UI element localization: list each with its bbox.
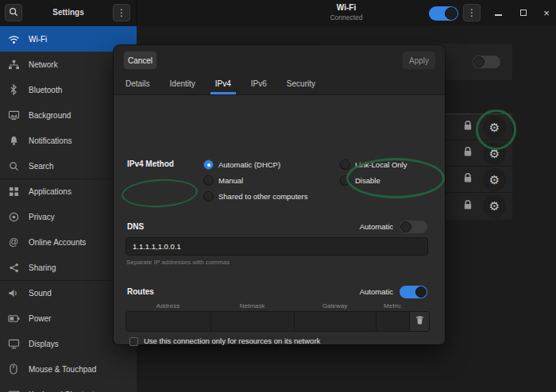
network-settings-button[interactable]: ⚙ [483, 194, 506, 217]
sidebar-item-label: Search [29, 162, 54, 171]
radio-link-local[interactable] [340, 159, 350, 170]
menu-dots-icon: ⋮ [467, 8, 477, 17]
maximize-icon [520, 10, 527, 16]
routes-col-netmask: Netmask [210, 302, 294, 309]
minimize-button[interactable] [489, 4, 507, 21]
network-settings-button[interactable]: ⚙ [483, 168, 506, 191]
online-accounts-icon: @ [7, 236, 20, 248]
displays-icon [7, 337, 20, 350]
maximize-button[interactable] [515, 4, 532, 21]
keyboard-icon [7, 388, 20, 392]
toggle-knob [400, 221, 411, 233]
routes-col-gateway: Gateway [294, 302, 376, 309]
ipv4-method-label: IPv4 Method [127, 159, 174, 168]
dialog-tabbar: Details Identity IPv4 IPv6 Security [114, 75, 445, 95]
sharing-icon [7, 261, 20, 274]
cancel-button[interactable]: Cancel [123, 51, 157, 70]
close-icon: × [543, 8, 550, 18]
header-divider [137, 0, 137, 26]
gear-icon: ⚙ [489, 200, 500, 212]
sidebar-item-label: Power [29, 314, 51, 323]
dns-input[interactable] [125, 237, 428, 256]
sidebar-item-label: Sharing [29, 263, 56, 272]
radio-manual[interactable] [203, 175, 214, 186]
header-bar: Settings ⋮ Wi-Fi Connected ⋮ × [0, 0, 556, 27]
tab-identity[interactable]: Identity [165, 75, 200, 94]
notifications-icon [7, 134, 20, 147]
sidebar-item-label: Network [29, 60, 58, 69]
gear-icon: ⚙ [489, 174, 500, 186]
lock-icon [463, 172, 473, 186]
sidebar-item-label: Online Accounts [29, 238, 86, 247]
radio-label: Manual [218, 176, 243, 185]
sidebar-item-label: Privacy [29, 213, 55, 221]
privacy-icon [7, 210, 20, 223]
sidebar-item-label: Applications [29, 187, 71, 196]
routes-row [125, 311, 430, 332]
toggle-knob [445, 7, 458, 20]
settings-window: Settings ⋮ Wi-Fi Connected ⋮ × [0, 0, 556, 392]
dns-label: DNS [127, 222, 144, 231]
toggle-knob [473, 56, 485, 67]
radio-shared[interactable] [203, 191, 214, 202]
delete-route-button[interactable] [410, 312, 429, 331]
route-metric-input[interactable] [376, 312, 410, 331]
wifi-master-toggle[interactable] [429, 6, 458, 21]
radio-label: Shared to other computers [218, 192, 307, 201]
lock-icon [463, 199, 473, 213]
routes-label: Routes [127, 287, 154, 296]
toggle-knob [415, 286, 427, 298]
sidebar-item-label: Wi-Fi [29, 35, 47, 44]
sidebar-item-label: Bluetooth [29, 86, 62, 94]
tab-security[interactable]: Security [282, 75, 320, 94]
tab-ipv6[interactable]: IPv6 [246, 75, 272, 94]
sidebar-item-label: Notifications [29, 136, 71, 145]
dns-automatic-toggle[interactable] [400, 221, 427, 233]
routes-col-metric: Metric [376, 302, 409, 309]
minimize-icon [495, 14, 502, 16]
wifi-icon [7, 33, 20, 45]
background-icon [7, 109, 20, 121]
annotation-circle-gear [476, 110, 516, 150]
applications-icon [7, 185, 20, 198]
sidebar-menu-button[interactable]: ⋮ [113, 4, 130, 21]
lock-icon [463, 120, 473, 134]
apply-button[interactable]: Apply [402, 51, 436, 70]
mouse-icon [7, 363, 20, 375]
sound-icon [7, 286, 20, 299]
search-icon [7, 159, 20, 172]
routes-automatic-label: Automatic [348, 287, 393, 296]
tab-ipv4[interactable]: IPv4 [210, 75, 236, 94]
lock-icon [463, 146, 473, 160]
sidebar-item-mouse-touchpad[interactable]: Mouse & Touchpad [0, 356, 137, 382]
route-netmask-input[interactable] [211, 312, 295, 331]
sidebar-item-label: Displays [29, 340, 59, 348]
sidebar-item-label: Background [29, 111, 71, 120]
background-toggle[interactable] [473, 56, 500, 68]
close-button[interactable]: × [538, 4, 555, 21]
bluetooth-icon [7, 83, 20, 96]
annotation-ellipse-dns-automatic [346, 158, 445, 198]
only-this-network-label: Use this connection only for resources o… [144, 336, 320, 345]
page-title: Wi-Fi Connected [267, 3, 426, 21]
radio-label: Automatic (DHCP) [218, 160, 280, 169]
sidebar-item-keyboard-shortcuts[interactable]: Keyboard Shortcuts [0, 382, 137, 392]
app-menu-button[interactable]: ⋮ [463, 4, 481, 21]
route-address-input[interactable] [126, 312, 211, 331]
dialog-header: Cancel Apply [114, 45, 445, 75]
sidebar-item-label: Mouse & Touchpad [29, 365, 96, 374]
routes-col-address: Address [125, 302, 210, 309]
network-icon [7, 58, 20, 71]
radio-automatic-dhcp[interactable] [203, 159, 214, 170]
trash-icon [415, 314, 424, 329]
only-this-network-checkbox[interactable] [129, 337, 138, 346]
wifi-title: Wi-Fi [267, 3, 426, 13]
routes-automatic-toggle[interactable] [400, 286, 427, 298]
wifi-subtitle: Connected [267, 13, 426, 22]
sidebar-item-label: Sound [29, 289, 52, 298]
dialog-body: IPv4 Method Automatic (DHCP) Manual Shar… [114, 95, 445, 344]
route-gateway-input[interactable] [295, 312, 376, 331]
dns-helper-text: Separate IP addresses with commas [126, 259, 230, 266]
tab-details[interactable]: Details [121, 75, 155, 94]
power-icon [7, 312, 20, 325]
